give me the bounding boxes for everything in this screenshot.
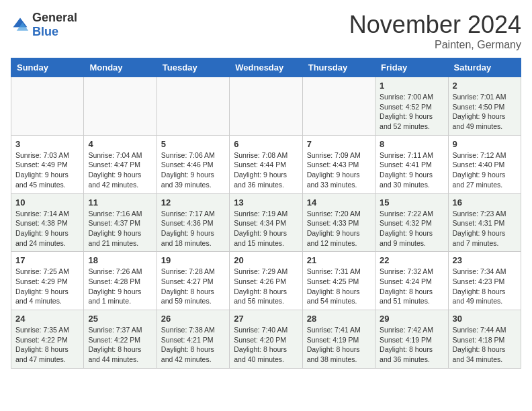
day-info: Sunrise: 7:32 AM Sunset: 4:24 PM Dayligh… bbox=[380, 267, 443, 306]
day-info: Sunrise: 7:09 AM Sunset: 4:43 PM Dayligh… bbox=[307, 150, 371, 190]
day-number: 11 bbox=[88, 197, 152, 208]
calendar-cell: 29Sunrise: 7:42 AM Sunset: 4:19 PM Dayli… bbox=[375, 310, 448, 369]
page-header: General Blue November 2024 Painten, Germ… bbox=[11, 11, 521, 51]
calendar-cell bbox=[84, 77, 157, 136]
day-number: 18 bbox=[88, 255, 152, 265]
calendar-cell: 27Sunrise: 7:40 AM Sunset: 4:20 PM Dayli… bbox=[230, 310, 302, 369]
day-number: 15 bbox=[380, 197, 443, 208]
day-info: Sunrise: 7:25 AM Sunset: 4:29 PM Dayligh… bbox=[15, 267, 79, 306]
calendar-cell: 17Sunrise: 7:25 AM Sunset: 4:29 PM Dayli… bbox=[11, 252, 84, 310]
calendar-cell: 2Sunrise: 7:01 AM Sunset: 4:50 PM Daylig… bbox=[448, 77, 521, 136]
calendar-cell: 10Sunrise: 7:14 AM Sunset: 4:38 PM Dayli… bbox=[11, 193, 84, 252]
day-info: Sunrise: 7:44 AM Sunset: 4:18 PM Dayligh… bbox=[453, 325, 517, 365]
day-number: 28 bbox=[307, 314, 371, 324]
calendar-cell: 26Sunrise: 7:38 AM Sunset: 4:21 PM Dayli… bbox=[157, 310, 229, 369]
calendar-cell: 8Sunrise: 7:11 AM Sunset: 4:41 PM Daylig… bbox=[375, 135, 448, 193]
day-number: 12 bbox=[161, 197, 225, 208]
logo-icon bbox=[11, 15, 30, 34]
weekday-header-thursday: Thursday bbox=[302, 58, 375, 77]
location: Painten, Germany bbox=[349, 39, 521, 51]
calendar-table: SundayMondayTuesdayWednesdayThursdayFrid… bbox=[11, 58, 521, 369]
day-number: 24 bbox=[15, 314, 79, 324]
day-info: Sunrise: 7:12 AM Sunset: 4:40 PM Dayligh… bbox=[453, 150, 517, 190]
title-block: November 2024 Painten, Germany bbox=[349, 11, 521, 51]
day-number: 13 bbox=[234, 197, 298, 208]
day-info: Sunrise: 7:40 AM Sunset: 4:20 PM Dayligh… bbox=[234, 325, 298, 365]
calendar-cell bbox=[230, 77, 302, 136]
day-info: Sunrise: 7:41 AM Sunset: 4:19 PM Dayligh… bbox=[307, 325, 371, 365]
logo-blue: Blue bbox=[32, 25, 58, 38]
day-number: 21 bbox=[307, 255, 371, 265]
weekday-header-monday: Monday bbox=[84, 58, 157, 77]
calendar-cell: 19Sunrise: 7:28 AM Sunset: 4:27 PM Dayli… bbox=[157, 252, 229, 310]
calendar-cell: 9Sunrise: 7:12 AM Sunset: 4:40 PM Daylig… bbox=[448, 135, 521, 193]
day-number: 5 bbox=[161, 139, 225, 149]
logo: General Blue bbox=[11, 11, 77, 39]
day-info: Sunrise: 7:23 AM Sunset: 4:31 PM Dayligh… bbox=[453, 209, 517, 248]
calendar-cell: 22Sunrise: 7:32 AM Sunset: 4:24 PM Dayli… bbox=[375, 252, 448, 310]
calendar-cell bbox=[11, 77, 84, 136]
day-info: Sunrise: 7:03 AM Sunset: 4:49 PM Dayligh… bbox=[15, 150, 79, 190]
day-number: 27 bbox=[234, 314, 298, 324]
day-info: Sunrise: 7:16 AM Sunset: 4:37 PM Dayligh… bbox=[88, 209, 152, 248]
day-number: 4 bbox=[88, 139, 152, 149]
day-info: Sunrise: 7:37 AM Sunset: 4:22 PM Dayligh… bbox=[88, 325, 152, 365]
weekday-header-tuesday: Tuesday bbox=[157, 58, 229, 77]
day-info: Sunrise: 7:35 AM Sunset: 4:22 PM Dayligh… bbox=[15, 325, 79, 365]
day-info: Sunrise: 7:34 AM Sunset: 4:23 PM Dayligh… bbox=[453, 267, 517, 306]
calendar-cell: 20Sunrise: 7:29 AM Sunset: 4:26 PM Dayli… bbox=[230, 252, 302, 310]
calendar-cell: 28Sunrise: 7:41 AM Sunset: 4:19 PM Dayli… bbox=[302, 310, 375, 369]
day-info: Sunrise: 7:01 AM Sunset: 4:50 PM Dayligh… bbox=[453, 92, 517, 132]
calendar-cell bbox=[157, 77, 229, 136]
logo-general: General bbox=[32, 11, 77, 24]
day-info: Sunrise: 7:17 AM Sunset: 4:36 PM Dayligh… bbox=[161, 209, 225, 248]
day-number: 14 bbox=[307, 197, 371, 208]
day-number: 10 bbox=[15, 197, 79, 208]
day-number: 29 bbox=[380, 314, 443, 324]
day-number: 2 bbox=[453, 81, 517, 91]
calendar-cell: 21Sunrise: 7:31 AM Sunset: 4:25 PM Dayli… bbox=[302, 252, 375, 310]
day-number: 16 bbox=[453, 197, 517, 208]
day-info: Sunrise: 7:29 AM Sunset: 4:26 PM Dayligh… bbox=[234, 267, 298, 306]
calendar-cell: 3Sunrise: 7:03 AM Sunset: 4:49 PM Daylig… bbox=[11, 135, 84, 193]
month-title: November 2024 bbox=[349, 11, 521, 39]
day-info: Sunrise: 7:20 AM Sunset: 4:33 PM Dayligh… bbox=[307, 209, 371, 248]
day-info: Sunrise: 7:22 AM Sunset: 4:32 PM Dayligh… bbox=[380, 209, 443, 248]
day-info: Sunrise: 7:11 AM Sunset: 4:41 PM Dayligh… bbox=[380, 150, 443, 190]
calendar-cell: 23Sunrise: 7:34 AM Sunset: 4:23 PM Dayli… bbox=[448, 252, 521, 310]
calendar-cell: 6Sunrise: 7:08 AM Sunset: 4:44 PM Daylig… bbox=[230, 135, 302, 193]
day-info: Sunrise: 7:38 AM Sunset: 4:21 PM Dayligh… bbox=[161, 325, 225, 365]
day-number: 26 bbox=[161, 314, 225, 324]
calendar-cell: 30Sunrise: 7:44 AM Sunset: 4:18 PM Dayli… bbox=[448, 310, 521, 369]
day-info: Sunrise: 7:31 AM Sunset: 4:25 PM Dayligh… bbox=[307, 267, 371, 306]
day-info: Sunrise: 7:26 AM Sunset: 4:28 PM Dayligh… bbox=[88, 267, 152, 306]
day-info: Sunrise: 7:06 AM Sunset: 4:46 PM Dayligh… bbox=[161, 150, 225, 190]
day-info: Sunrise: 7:00 AM Sunset: 4:52 PM Dayligh… bbox=[380, 92, 443, 132]
calendar-cell: 14Sunrise: 7:20 AM Sunset: 4:33 PM Dayli… bbox=[302, 193, 375, 252]
day-info: Sunrise: 7:14 AM Sunset: 4:38 PM Dayligh… bbox=[15, 209, 79, 248]
day-number: 19 bbox=[161, 255, 225, 265]
calendar-cell: 16Sunrise: 7:23 AM Sunset: 4:31 PM Dayli… bbox=[448, 193, 521, 252]
calendar-cell: 15Sunrise: 7:22 AM Sunset: 4:32 PM Dayli… bbox=[375, 193, 448, 252]
day-number: 9 bbox=[453, 139, 517, 149]
calendar-cell: 18Sunrise: 7:26 AM Sunset: 4:28 PM Dayli… bbox=[84, 252, 157, 310]
day-number: 23 bbox=[453, 255, 517, 265]
calendar-cell: 1Sunrise: 7:00 AM Sunset: 4:52 PM Daylig… bbox=[375, 77, 448, 136]
day-info: Sunrise: 7:28 AM Sunset: 4:27 PM Dayligh… bbox=[161, 267, 225, 306]
day-info: Sunrise: 7:42 AM Sunset: 4:19 PM Dayligh… bbox=[380, 325, 443, 365]
calendar-cell: 25Sunrise: 7:37 AM Sunset: 4:22 PM Dayli… bbox=[84, 310, 157, 369]
day-number: 7 bbox=[307, 139, 371, 149]
weekday-header-sunday: Sunday bbox=[11, 58, 84, 77]
day-number: 20 bbox=[234, 255, 298, 265]
calendar-cell: 11Sunrise: 7:16 AM Sunset: 4:37 PM Dayli… bbox=[84, 193, 157, 252]
day-number: 22 bbox=[380, 255, 443, 265]
calendar-cell: 4Sunrise: 7:04 AM Sunset: 4:47 PM Daylig… bbox=[84, 135, 157, 193]
calendar-cell: 12Sunrise: 7:17 AM Sunset: 4:36 PM Dayli… bbox=[157, 193, 229, 252]
day-number: 3 bbox=[15, 139, 79, 149]
day-number: 30 bbox=[453, 314, 517, 324]
weekday-header-friday: Friday bbox=[375, 58, 448, 77]
day-info: Sunrise: 7:04 AM Sunset: 4:47 PM Dayligh… bbox=[88, 150, 152, 190]
day-number: 17 bbox=[15, 255, 79, 265]
day-number: 25 bbox=[88, 314, 152, 324]
calendar-cell: 24Sunrise: 7:35 AM Sunset: 4:22 PM Dayli… bbox=[11, 310, 84, 369]
